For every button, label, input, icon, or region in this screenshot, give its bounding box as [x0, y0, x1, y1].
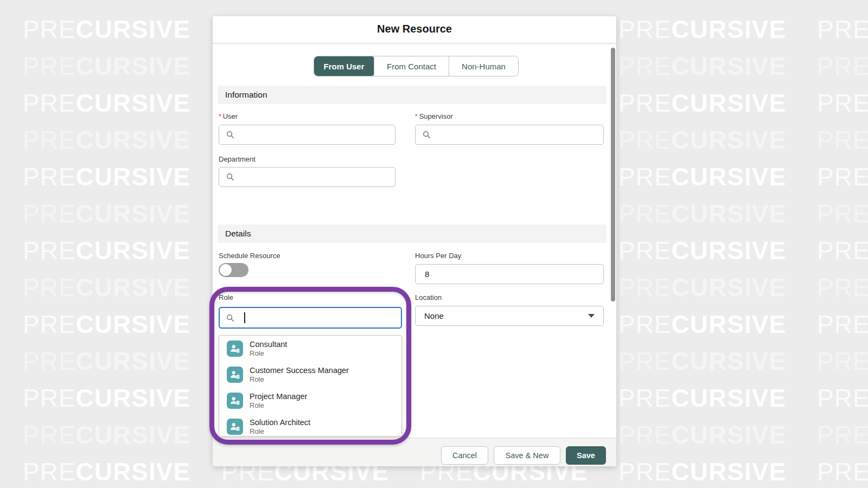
watermark-suffix: CURSIVE — [76, 310, 190, 338]
user-input[interactable] — [239, 125, 395, 144]
watermark-suffix: CURSIVE — [76, 89, 190, 117]
option-type: Role — [250, 401, 307, 410]
schedule-resource-toggle[interactable] — [219, 263, 248, 277]
modal-footer: Cancel Save & New Save — [213, 438, 616, 466]
role-option-customer-success-manager[interactable]: Customer Success Manager Role — [219, 362, 401, 388]
watermark-text: PRECURSIVE — [23, 199, 190, 228]
department-input[interactable] — [239, 168, 395, 187]
supervisor-lookup-field[interactable] — [415, 125, 604, 145]
user-label: *User — [219, 112, 238, 120]
watermark-prefix: PRE — [618, 126, 672, 154]
watermark-suffix: CURSIVE — [672, 347, 786, 375]
location-select[interactable]: None — [415, 306, 604, 326]
save-button[interactable]: Save — [566, 446, 606, 465]
watermark-text: PRECURSIVE — [23, 162, 190, 191]
supervisor-input[interactable] — [436, 125, 603, 144]
tab-non-human[interactable]: Non-Human — [449, 56, 518, 76]
supervisor-label: *Supervisor — [415, 112, 453, 120]
watermark-text: PRECURSIVE — [23, 383, 190, 413]
watermark-text: PRECURSIVE — [618, 310, 786, 339]
watermark-prefix: PRE — [618, 310, 672, 338]
watermark-text: PRECURSIVE — [817, 236, 868, 265]
watermark-text: PRECURSIVE — [23, 310, 190, 339]
modal-header: New Resource — [213, 16, 616, 43]
watermark-prefix: PRE — [23, 15, 76, 43]
page-title: New Resource — [213, 23, 616, 35]
department-lookup-field[interactable] — [219, 167, 395, 187]
watermark-text: PRECURSIVE — [817, 125, 868, 155]
watermark-text: PRECURSIVE — [23, 457, 190, 486]
watermark-text: PRECURSIVE — [23, 52, 190, 81]
watermark-prefix: PRE — [817, 89, 868, 117]
role-option-project-manager[interactable]: Project Manager Role — [219, 388, 401, 414]
option-name: Consultant — [250, 340, 287, 349]
watermark-prefix: PRE — [817, 310, 868, 338]
watermark-text: PRECURSIVE — [618, 457, 786, 486]
watermark-suffix: CURSIVE — [672, 458, 786, 486]
watermark-text: PRECURSIVE — [817, 383, 868, 413]
watermark-prefix: PRE — [23, 421, 76, 449]
watermark-suffix: CURSIVE — [76, 236, 190, 265]
watermark-prefix: PRE — [817, 126, 868, 154]
new-resource-modal: New Resource From User From Contact Non-… — [213, 16, 616, 466]
hours-per-day-input[interactable] — [415, 264, 604, 284]
watermark-prefix: PRE — [817, 273, 868, 301]
watermark-suffix: CURSIVE — [672, 273, 786, 301]
watermark-prefix: PRE — [817, 347, 868, 375]
tab-from-user[interactable]: From User — [314, 56, 374, 76]
required-asterisk: * — [219, 113, 221, 120]
schedule-resource-label: Schedule Resource — [219, 252, 280, 260]
watermark-prefix: PRE — [817, 384, 868, 412]
watermark-prefix: PRE — [23, 384, 76, 412]
watermark-text: PRECURSIVE — [817, 310, 868, 339]
section-header-details: Details — [218, 224, 607, 243]
location-value: None — [424, 311, 444, 320]
watermark-suffix: CURSIVE — [76, 15, 190, 43]
watermark-text: PRECURSIVE — [618, 125, 786, 155]
watermark-text: PRECURSIVE — [817, 420, 868, 450]
toggle-knob — [220, 264, 232, 276]
watermark-suffix: CURSIVE — [672, 163, 786, 191]
role-dropdown-list: Consultant Role Customer Success Manager… — [219, 335, 402, 436]
watermark-text: PRECURSIVE — [618, 52, 786, 81]
save-and-new-button[interactable]: Save & New — [494, 446, 560, 465]
role-option-solution-architect[interactable]: Solution Architect Role — [219, 414, 401, 436]
scrollbar-thumb[interactable] — [611, 48, 615, 301]
watermark-text: PRECURSIVE — [23, 273, 190, 302]
option-type: Role — [250, 349, 287, 358]
watermark-prefix: PRE — [618, 273, 672, 301]
option-type: Role — [250, 375, 349, 384]
watermark-text: PRECURSIVE — [618, 236, 786, 265]
watermark-prefix: PRE — [817, 52, 868, 80]
search-icon — [226, 173, 234, 181]
user-lookup-field[interactable] — [219, 125, 395, 145]
location-label: Location — [415, 293, 442, 301]
option-name: Customer Success Manager — [250, 366, 349, 375]
section-header-information: Information — [218, 86, 607, 104]
watermark-prefix: PRE — [23, 126, 76, 154]
cancel-button[interactable]: Cancel — [441, 446, 488, 465]
role-search-field[interactable] — [219, 307, 402, 329]
watermark-prefix: PRE — [23, 163, 76, 191]
watermark-text: PRECURSIVE — [817, 346, 868, 376]
watermark-prefix: PRE — [817, 163, 868, 191]
watermark-text: PRECURSIVE — [817, 88, 868, 118]
watermark-suffix: CURSIVE — [76, 163, 190, 191]
option-type: Role — [250, 427, 310, 436]
watermark-text: PRECURSIVE — [817, 52, 868, 81]
watermark-suffix: CURSIVE — [76, 421, 190, 449]
watermark-text: PRECURSIVE — [618, 383, 786, 413]
watermark-suffix: CURSIVE — [672, 384, 786, 412]
watermark-prefix: PRE — [618, 347, 672, 375]
watermark-suffix: CURSIVE — [672, 15, 786, 43]
tab-from-contact[interactable]: From Contact — [374, 56, 449, 76]
watermark-text: PRECURSIVE — [23, 236, 190, 265]
watermark-suffix: CURSIVE — [672, 126, 786, 154]
watermark-prefix: PRE — [23, 347, 76, 375]
watermark-prefix: PRE — [618, 52, 672, 80]
resource-type-tabs: From User From Contact Non-Human — [314, 56, 519, 76]
watermark-text: PRECURSIVE — [817, 457, 868, 486]
role-option-consultant[interactable]: Consultant Role — [219, 336, 401, 362]
role-record-icon — [227, 341, 243, 357]
watermark-text: PRECURSIVE — [618, 420, 786, 450]
